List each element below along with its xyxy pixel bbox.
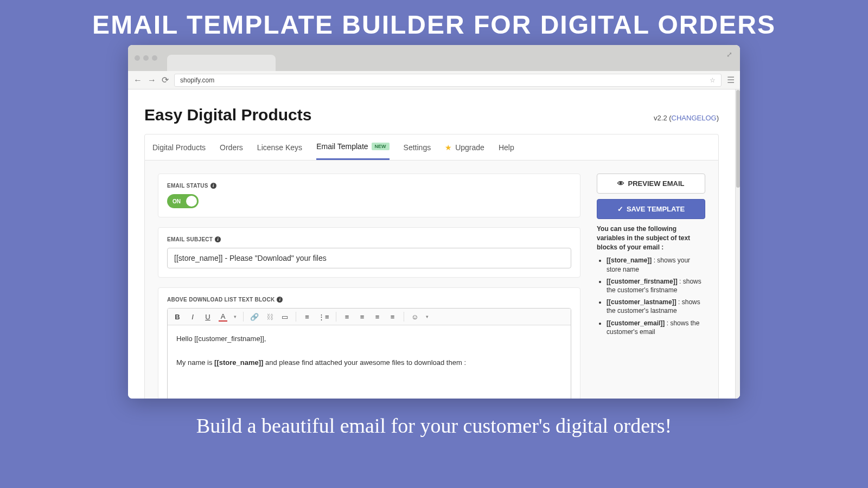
emoji-icon[interactable]: ☺ <box>411 313 419 321</box>
info-icon[interactable]: i <box>215 236 221 242</box>
bookmark-star-icon[interactable]: ☆ <box>710 76 716 84</box>
align-center-icon[interactable]: ≡ <box>358 313 367 321</box>
page-title: Easy Digital Products <box>144 106 311 124</box>
tab-digital-products[interactable]: Digital Products <box>152 134 206 160</box>
editor-content[interactable]: Hello [[customer_firstname]], My name is… <box>168 325 571 399</box>
italic-icon[interactable]: I <box>188 313 197 321</box>
promo-headline: EMAIL TEMPLATE BUILDER FOR DIGITAL ORDER… <box>0 0 868 45</box>
tab-orders[interactable]: Orders <box>220 134 243 160</box>
bold-icon[interactable]: B <box>173 313 182 321</box>
window-max-dot[interactable] <box>152 55 157 61</box>
window-min-dot[interactable] <box>143 55 149 61</box>
url-input[interactable]: shopify.com ☆ <box>174 74 722 87</box>
text-color-icon[interactable]: A <box>219 312 227 322</box>
info-icon[interactable]: i <box>277 297 283 303</box>
ordered-list-icon[interactable]: ≡ <box>303 313 311 321</box>
browser-menu-icon[interactable]: ☰ <box>727 75 735 85</box>
expand-icon[interactable]: ⤢ <box>726 50 732 59</box>
variables-list: [[store_name]] : shows your store name [… <box>597 256 705 336</box>
tab-help[interactable]: Help <box>499 134 514 160</box>
changelog-link[interactable]: CHANGELOG <box>672 114 717 122</box>
browser-tab-bar: ⤢ <box>128 45 740 71</box>
email-status-label: EMAIL STATUSi <box>167 183 571 189</box>
browser-tab[interactable] <box>167 55 276 71</box>
browser-address-bar: ← → ⟳ shopify.com ☆ ☰ <box>128 71 740 89</box>
align-right-icon[interactable]: ≡ <box>373 313 382 321</box>
unlink-icon[interactable]: ⛓ <box>265 313 274 321</box>
preview-email-button[interactable]: 👁 PREVIEW EMAIL <box>597 174 705 194</box>
window-close-dot[interactable] <box>135 55 140 61</box>
list-item: [[customer_lastname]] : shows the custom… <box>607 298 705 315</box>
check-icon: ✓ <box>617 205 623 213</box>
variables-help-text: You can use the following variables in t… <box>597 224 705 252</box>
tab-bar: Digital Products Orders License Keys Ema… <box>144 134 719 160</box>
list-item: [[customer_firstname]] : shows the custo… <box>607 277 705 294</box>
above-block-label: ABOVE DOWNLOAD LIST TEXT BLOCKi <box>167 297 571 303</box>
info-icon[interactable]: i <box>210 183 216 189</box>
email-subject-label: EMAIL SUBJECTi <box>167 236 571 242</box>
tab-settings[interactable]: Settings <box>404 134 431 160</box>
scrollbar[interactable] <box>735 89 740 399</box>
new-badge: NEW <box>372 143 390 150</box>
email-subject-input[interactable] <box>167 248 571 268</box>
browser-window: ⤢ ← → ⟳ shopify.com ☆ ☰ Easy Digital Pro… <box>128 45 740 399</box>
eye-icon: 👁 <box>617 179 624 188</box>
forward-icon[interactable]: → <box>148 75 156 85</box>
version-label: v2.2 (CHANGELOG) <box>654 114 719 122</box>
promo-subheadline: Build a beautiful email for your custome… <box>0 399 868 453</box>
rich-text-editor: B I U A▾ 🔗 ⛓ ▭ ≡ ⋮≡ <box>167 308 571 399</box>
insert-icon[interactable]: ▭ <box>280 313 289 321</box>
underline-icon[interactable]: U <box>203 313 212 321</box>
email-status-toggle[interactable]: ON <box>167 194 199 208</box>
url-text: shopify.com <box>180 76 214 84</box>
save-template-button[interactable]: ✓ SAVE TEMPLATE <box>597 199 705 219</box>
align-left-icon[interactable]: ≡ <box>343 313 352 321</box>
unordered-list-icon[interactable]: ⋮≡ <box>318 313 329 321</box>
editor-toolbar: B I U A▾ 🔗 ⛓ ▭ ≡ ⋮≡ <box>168 309 571 325</box>
tab-upgrade[interactable]: ★ Upgrade <box>445 134 484 160</box>
list-item: [[store_name]] : shows your store name <box>607 256 705 273</box>
align-justify-icon[interactable]: ≡ <box>388 313 397 321</box>
link-icon[interactable]: 🔗 <box>250 313 259 321</box>
back-icon[interactable]: ← <box>133 75 142 85</box>
star-icon: ★ <box>445 143 452 152</box>
tab-license-keys[interactable]: License Keys <box>257 134 302 160</box>
list-item: [[customer_email]] : shows the customer'… <box>607 319 705 336</box>
reload-icon[interactable]: ⟳ <box>162 75 169 85</box>
tab-email-template[interactable]: Email Template NEW <box>316 134 389 160</box>
